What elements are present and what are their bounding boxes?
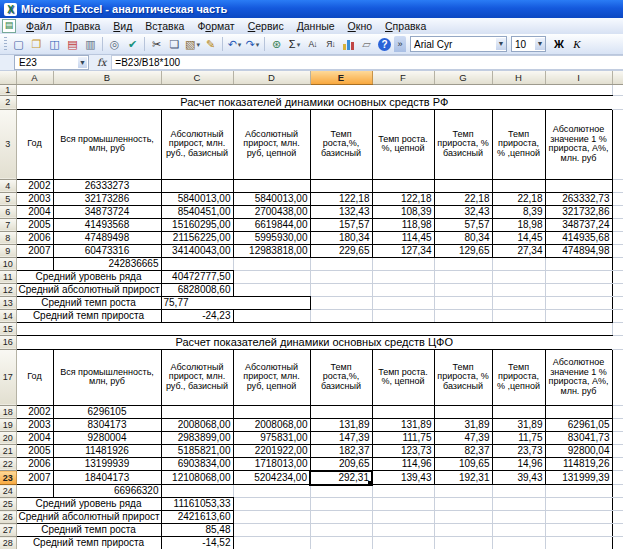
cell-A1[interactable]: [16, 84, 612, 95]
cell-C11[interactable]: 40472777,50: [161, 270, 233, 283]
row-header-15[interactable]: 15: [0, 322, 16, 335]
drawing-icon[interactable]: ▱: [358, 37, 375, 52]
cell-I22[interactable]: 114819,26: [545, 457, 612, 471]
cell-A13[interactable]: Средний темп роста: [16, 296, 161, 309]
cell-H26[interactable]: [492, 511, 545, 524]
cell-F12[interactable]: [372, 283, 434, 296]
cell-E18[interactable]: [310, 405, 372, 418]
cell-partial-1[interactable]: [612, 84, 623, 95]
cell-H25[interactable]: [492, 498, 545, 511]
cell-H20[interactable]: 11,75: [492, 431, 545, 444]
undo-icon[interactable]: ↶▾: [226, 37, 243, 52]
cell-D3[interactable]: Абсолютный прирост, млн. руб, цепной: [233, 109, 310, 179]
cell-A25[interactable]: Средний уровень ряда: [16, 498, 161, 511]
cell-I8[interactable]: 414935,68: [545, 231, 612, 244]
cell-D9[interactable]: 12983818,00: [233, 244, 310, 257]
cell-C12[interactable]: 6828008,60: [161, 283, 233, 296]
cell-A26[interactable]: Средний абсолютный прирост: [16, 511, 161, 524]
cell-E7[interactable]: 157,57: [310, 218, 372, 231]
cell-H22[interactable]: 14,96: [492, 457, 545, 471]
cell-E26[interactable]: [310, 511, 372, 524]
cell-C28[interactable]: -14,52: [161, 537, 233, 549]
format-painter-icon[interactable]: ✎: [202, 37, 219, 52]
cell-C10[interactable]: [161, 257, 233, 270]
cell-C6[interactable]: 8540451,00: [161, 205, 233, 218]
cell-D12[interactable]: [233, 283, 310, 296]
cell-D18[interactable]: [233, 405, 310, 418]
cell-G9[interactable]: 129,65: [434, 244, 492, 257]
cell-F20[interactable]: 111,75: [372, 431, 434, 444]
cell-A2[interactable]: Расчет показателей динамики основных сре…: [16, 95, 612, 109]
cell-I6[interactable]: 321732,86: [545, 205, 612, 218]
cell-F5[interactable]: 122,18: [372, 192, 434, 205]
chevron-down-icon[interactable]: ▾: [297, 37, 301, 52]
cell-A18[interactable]: 2002: [16, 405, 53, 418]
cell-I28[interactable]: [545, 537, 612, 549]
cell-E12[interactable]: [310, 283, 372, 296]
cell-D14[interactable]: [233, 309, 310, 322]
cell-A24[interactable]: [16, 485, 53, 498]
cell-E13[interactable]: [310, 296, 372, 309]
italic-button[interactable]: К: [570, 38, 584, 50]
cell-G6[interactable]: 32,43: [434, 205, 492, 218]
cell-B10[interactable]: 242836665: [53, 257, 161, 270]
cell-partial-5[interactable]: [612, 192, 623, 205]
cell-E24[interactable]: [310, 485, 372, 498]
cell-F24[interactable]: [372, 485, 434, 498]
cell-F6[interactable]: 108,39: [372, 205, 434, 218]
row-header-1[interactable]: 1: [0, 84, 16, 95]
cell-F25[interactable]: [372, 498, 434, 511]
cell-H24[interactable]: [492, 485, 545, 498]
cell-G27[interactable]: [434, 524, 492, 537]
row-header-23[interactable]: 23: [0, 471, 16, 485]
row-header-2[interactable]: 2: [0, 95, 16, 109]
row-header-24[interactable]: 24: [0, 485, 16, 498]
cell-E3[interactable]: Темп роста,%, базисный: [310, 109, 372, 179]
cell-B8[interactable]: 47489498: [53, 231, 161, 244]
bold-button[interactable]: Ж: [551, 38, 567, 50]
row-header-18[interactable]: 18: [0, 405, 16, 418]
cell-B5[interactable]: 32173286: [53, 192, 161, 205]
chevron-down-icon[interactable]: ▼: [535, 38, 545, 50]
cell-C19[interactable]: 2008068,00: [161, 418, 233, 431]
cell-B17[interactable]: Вся промышленность, млн, руб: [53, 349, 161, 405]
cell-H12[interactable]: [492, 283, 545, 296]
toolbar-drag-handle[interactable]: [4, 37, 7, 52]
row-header-13[interactable]: 13: [0, 296, 16, 309]
print-preview-icon[interactable]: ◎: [106, 37, 123, 52]
column-header-F[interactable]: F: [372, 71, 434, 84]
cell-A14[interactable]: Средний темп прироста: [16, 309, 161, 322]
cell-C7[interactable]: 15160295,00: [161, 218, 233, 231]
cell-H13[interactable]: [492, 296, 545, 309]
cell-B23[interactable]: 18404173: [53, 471, 161, 485]
permission-icon[interactable]: ▤: [64, 37, 81, 52]
cell-I14[interactable]: [545, 309, 612, 322]
cell-C5[interactable]: 5840013,00: [161, 192, 233, 205]
save-icon[interactable]: ◫: [46, 37, 63, 52]
cell-B22[interactable]: 13199939: [53, 457, 161, 471]
cell-G12[interactable]: [434, 283, 492, 296]
cell-partial-6[interactable]: [612, 205, 623, 218]
row-header-11[interactable]: 11: [0, 270, 16, 283]
cell-F3[interactable]: Темп роста. %, цепной: [372, 109, 434, 179]
cell-B21[interactable]: 11481926: [53, 444, 161, 457]
menu-item-view[interactable]: Вид: [107, 19, 138, 33]
cell-partial-4[interactable]: [612, 179, 623, 192]
row-header-9[interactable]: 9: [0, 244, 16, 257]
cell-partial-28[interactable]: [612, 537, 623, 549]
cell-H21[interactable]: 23,73: [492, 444, 545, 457]
cell-F10[interactable]: [372, 257, 434, 270]
cell-F21[interactable]: 123,73: [372, 444, 434, 457]
row-header-12[interactable]: 12: [0, 283, 16, 296]
row-header-6[interactable]: 6: [0, 205, 16, 218]
column-header-C[interactable]: C: [161, 71, 233, 84]
cell-G23[interactable]: 192,31: [434, 471, 492, 485]
cell-H11[interactable]: [492, 270, 545, 283]
cell-A9[interactable]: 2007: [16, 244, 53, 257]
cell-F9[interactable]: 127,34: [372, 244, 434, 257]
cell-A20[interactable]: 2004: [16, 431, 53, 444]
menu-item-insert[interactable]: Вставка: [139, 19, 190, 33]
cell-G5[interactable]: 22,18: [434, 192, 492, 205]
spelling-icon[interactable]: ✔: [124, 37, 141, 52]
cell-partial-19[interactable]: [612, 418, 623, 431]
